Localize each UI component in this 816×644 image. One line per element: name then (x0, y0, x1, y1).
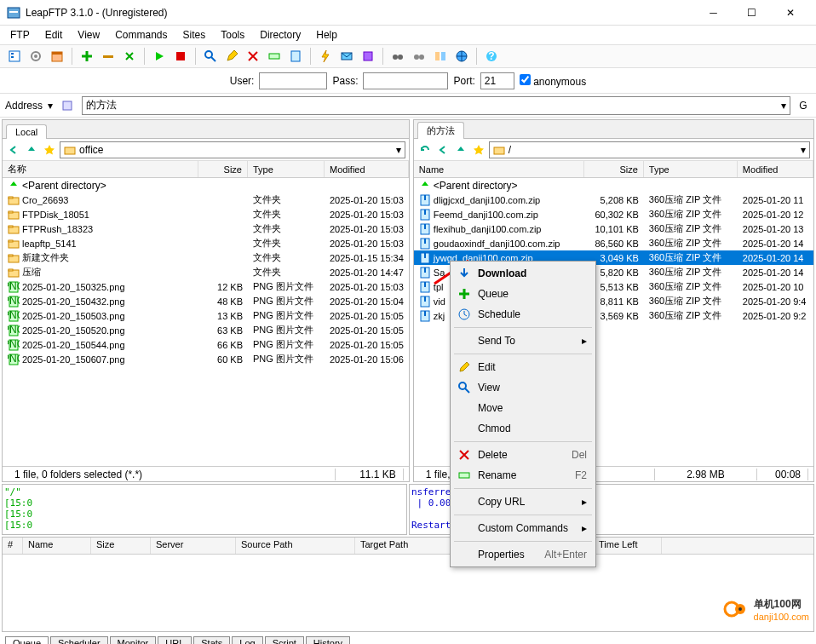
ctx-copyurl[interactable]: Copy URL▸ (452, 492, 594, 512)
list-item[interactable]: dligjcxd_danji100.com.zip5,208 KB360压缩 Z… (414, 193, 813, 207)
site-manager-icon[interactable] (5, 47, 24, 66)
list-item[interactable]: FTPDisk_18051文件夹2025-01-20 15:03 (3, 207, 409, 221)
bottom-tab-history[interactable]: History (306, 636, 350, 644)
address-book-icon[interactable] (58, 96, 77, 115)
port-input[interactable] (480, 72, 514, 89)
queue-col[interactable]: Name (23, 538, 91, 554)
ctx-properties[interactable]: PropertiesAlt+Enter (452, 544, 594, 565)
queue-col[interactable]: Time Left (594, 538, 662, 554)
list-item[interactable]: PNG2025-01-20_150607.png60 KBPNG 图片文件202… (3, 352, 409, 366)
menu-ftp[interactable]: FTP (5, 27, 35, 43)
local-tab[interactable]: Local (6, 124, 47, 139)
parent-dir[interactable]: <Parent directory> (414, 178, 813, 193)
delete-icon[interactable] (244, 47, 262, 66)
pass-input[interactable] (363, 72, 448, 89)
bottom-tab-script[interactable]: Script (265, 636, 304, 644)
gear-icon[interactable] (26, 47, 45, 66)
properties-icon[interactable] (286, 47, 305, 66)
reconnect-icon[interactable] (120, 47, 139, 66)
command-icon[interactable] (359, 47, 377, 66)
address-dropdown-icon[interactable]: ▾ (48, 100, 53, 112)
lightning-icon[interactable] (316, 47, 335, 66)
list-item[interactable]: 新建文件夹文件夹2025-01-15 15:34 (3, 250, 409, 265)
list-item[interactable]: PNG2025-01-20_150503.png13 KBPNG 图片文件202… (3, 308, 409, 323)
compare-icon[interactable] (431, 47, 450, 66)
ctx-schedule[interactable]: Schedule (452, 304, 594, 325)
list-item[interactable]: flexihub_danji100.com.zip10,101 KB360压缩 … (414, 221, 813, 236)
remote-col-type[interactable]: Type (644, 161, 738, 177)
search-icon[interactable] (201, 47, 220, 66)
user-input[interactable] (259, 72, 327, 89)
remote-back-icon[interactable] (435, 142, 451, 158)
bottom-tab-queue[interactable]: Queue (5, 636, 49, 644)
remote-tab[interactable]: 的方法 (417, 122, 464, 139)
queue-col[interactable]: # (3, 538, 23, 554)
list-item[interactable]: PNG2025-01-20_150520.png63 KBPNG 图片文件202… (3, 323, 409, 337)
remote-col-mod[interactable]: Modified (738, 161, 813, 177)
local-up-icon[interactable] (24, 142, 39, 158)
ctx-edit[interactable]: Edit (452, 357, 594, 377)
calendar-icon[interactable] (48, 47, 66, 66)
remote-up-icon[interactable] (453, 142, 468, 158)
binoculars-icon[interactable] (388, 47, 407, 66)
ctx-download[interactable]: Download (452, 263, 594, 284)
local-back-icon[interactable] (6, 142, 21, 158)
address-input[interactable]: 的方法▾ (82, 96, 790, 115)
local-col-size[interactable]: Size (198, 161, 248, 177)
ctx-custom[interactable]: Custom Commands▸ (452, 518, 594, 538)
local-file-list[interactable]: <Parent directory> Cro_26693文件夹2025-01-2… (3, 178, 409, 466)
menu-sites[interactable]: Sites (178, 27, 211, 43)
list-item[interactable]: 压缩文件夹2025-01-20 14:47 (3, 265, 409, 279)
help-icon[interactable]: ? (482, 47, 501, 66)
menu-directory[interactable]: Directory (255, 27, 306, 43)
edit-icon[interactable] (222, 47, 241, 66)
maximize-button[interactable]: ☐ (733, 1, 771, 25)
queue-body[interactable] (3, 555, 813, 631)
list-item[interactable]: leapftp_5141文件夹2025-01-20 15:03 (3, 236, 409, 250)
queue-col[interactable]: Source Path (236, 538, 355, 554)
menu-edit[interactable]: Edit (40, 27, 68, 43)
list-item[interactable]: FTPRush_18323文件夹2025-01-20 15:03 (3, 221, 409, 236)
stop-icon[interactable] (171, 47, 190, 66)
connect-icon[interactable] (78, 47, 96, 66)
remote-col-size[interactable]: Size (584, 161, 644, 177)
ctx-move[interactable]: Move (452, 398, 594, 418)
ctx-view[interactable]: View (452, 377, 594, 398)
send-icon[interactable] (337, 47, 356, 66)
local-col-mod[interactable]: Modified (325, 161, 409, 177)
disconnect-icon[interactable] (99, 47, 118, 66)
menu-commands[interactable]: Commands (110, 27, 172, 43)
menu-help[interactable]: Help (311, 27, 342, 43)
ctx-sendto[interactable]: Send To▸ (452, 331, 594, 351)
parent-dir[interactable]: <Parent directory> (3, 178, 409, 193)
menu-view[interactable]: View (72, 27, 105, 43)
list-item[interactable]: Feemd_danji100.com.zip60,302 KB360压缩 ZIP… (414, 207, 813, 221)
list-item[interactable]: PNG2025-01-20_150325.png12 KBPNG 图片文件202… (3, 279, 409, 294)
local-col-name[interactable]: 名称 (3, 161, 198, 177)
rename-icon[interactable] (265, 47, 284, 66)
remote-refresh-icon[interactable] (417, 142, 433, 158)
list-item[interactable]: PNG2025-01-20_150432.png48 KBPNG 图片文件202… (3, 294, 409, 308)
remote-fav-icon[interactable] (471, 142, 486, 158)
remote-col-name[interactable]: Name (414, 161, 584, 177)
queue-col[interactable]: Size (91, 538, 151, 554)
globe-icon[interactable] (452, 47, 471, 66)
bottom-tab-scheduler[interactable]: Scheduler (50, 636, 108, 644)
find-next-icon[interactable] (410, 47, 428, 66)
bottom-tab-log[interactable]: Log (232, 636, 262, 644)
list-item[interactable]: Cro_26693文件夹2025-01-20 15:03 (3, 193, 409, 207)
remote-path[interactable]: /▾ (489, 141, 810, 158)
ctx-queue[interactable]: Queue (452, 284, 594, 304)
local-fav-icon[interactable] (42, 142, 57, 158)
list-item[interactable]: PNG2025-01-20_150544.png66 KBPNG 图片文件202… (3, 337, 409, 352)
ctx-delete[interactable]: DeleteDel (452, 445, 594, 465)
ctx-chmod[interactable]: Chmod (452, 418, 594, 439)
play-icon[interactable] (150, 47, 169, 66)
minimize-button[interactable]: ─ (694, 1, 733, 25)
bottom-tab-stats[interactable]: Stats (193, 636, 230, 644)
go-button[interactable]: G (796, 100, 811, 112)
bottom-tab-monitor[interactable]: Monitor (110, 636, 157, 644)
anon-checkbox[interactable]: anonymous (520, 74, 586, 88)
bottom-tab-url[interactable]: URL (158, 636, 192, 644)
queue-col[interactable]: Server (151, 538, 236, 554)
